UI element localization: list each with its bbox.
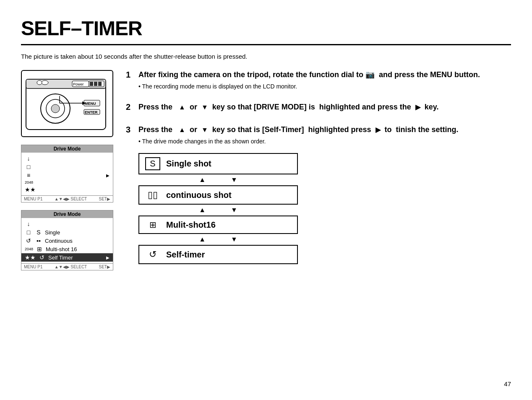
svg-rect-8: [90, 82, 93, 86]
single-label: Single: [45, 229, 60, 236]
svg-point-11: [42, 81, 48, 85]
mode-continuous-shot: ▯▯ continuous shot: [138, 185, 298, 205]
down-arrow: ▼: [231, 176, 237, 184]
up-arrow-icon: ▲: [179, 103, 185, 112]
step-2: 2 Press the ▲ or ▼ key so that [DRIVE MO…: [126, 102, 511, 112]
single-box-icon: □: [25, 229, 32, 236]
svg-rect-10: [98, 82, 102, 86]
drive-mode-row: ↓: [21, 220, 113, 228]
selftimer-cycle-icon: ↺: [145, 249, 160, 260]
step-1-number: 1: [126, 70, 135, 80]
svg-text:ENTER: ENTER: [85, 110, 98, 114]
mode-arrows-1: ▲ ▼: [138, 174, 298, 185]
svg-point-4: [51, 104, 60, 113]
up-arrow: ▲: [199, 176, 206, 184]
down-arrow-3: ▼: [231, 236, 237, 243]
mode-arrows-3: ▲ ▼: [138, 234, 298, 245]
drive-mode-menu-2: Drive Mode ↓ □ S Single ↺ ▪▪ Continuous …: [21, 210, 113, 270]
selftimer-label: Self Timer: [48, 255, 73, 261]
mode-arrows-2: ▲ ▼: [138, 205, 298, 216]
mode-selftimer: ↺ Self-timer: [138, 245, 298, 264]
star-icon: ★★: [25, 186, 36, 193]
drive-mode-menu-1: Drive Mode ↓ □ ≡ ▶ 2048 ★★: [21, 145, 113, 203]
drive-mode-footer-2: MENU P1 ▲▼◀▶ SELECT SET▶: [21, 263, 113, 270]
step-3-text: Press the ▲ or ▼ key so that is [Self-Ti…: [138, 125, 459, 135]
up-arrow-icon-2: ▲: [179, 126, 185, 135]
multishot-label: Multi-shot 16: [46, 246, 77, 252]
mode-single-shot: S Single shot: [138, 153, 298, 174]
continuous-shot-label: continuous shot: [166, 190, 232, 200]
svg-text:Power: Power: [73, 82, 84, 86]
left-column: Power MENU ENTER: [21, 70, 113, 277]
selftimer-icon: ↺: [38, 254, 46, 261]
step-2-text: Press the ▲ or ▼ key so that [DRIVE MODE…: [138, 102, 439, 112]
mode-cycle-diagram: S Single shot ▲ ▼ ▯▯ continuous shot ▲ ▼: [138, 153, 298, 264]
mode-multishot: ⊞ Mulit-shot16: [138, 216, 298, 234]
up-arrow-3: ▲: [199, 236, 206, 243]
page-number: 47: [504, 380, 511, 387]
star-icon-2: ★★: [25, 254, 36, 261]
step-1-note: • The recording mode menu is displayed o…: [138, 83, 511, 90]
selftimer-arrow: ▶: [106, 255, 110, 260]
drive-mode-row: 2048: [21, 179, 113, 185]
drive-mode-footer-1: MENU P1 ▲▼◀▶ SELECT SET▶: [21, 195, 113, 202]
single-icon: □: [25, 164, 32, 170]
timer-icon: ↺: [25, 237, 32, 244]
continuous-icon: ▯▯: [145, 190, 160, 200]
page-title: SELF–TIMER: [21, 17, 511, 45]
drive-mode-selftimer-row: ★★ ↺ Self Timer ▶: [21, 253, 113, 262]
drive-mode-multishot-row: 2048 ⊞ Multi-shot 16: [21, 245, 113, 253]
selftimer-cycle-label: Self-timer: [166, 250, 205, 260]
right-arrow-icon: ▶: [415, 103, 420, 112]
svg-point-12: [37, 81, 42, 85]
arrow-indicator: ▶: [106, 173, 110, 178]
multishot-icon: ⊞: [145, 220, 160, 230]
step-3-note: • The drive mode changes in the as shown…: [138, 138, 511, 145]
multi-icon: ≡: [25, 172, 32, 179]
s-icon: S: [35, 229, 42, 236]
step-1-text: After fixing the camera on the tripod, r…: [138, 70, 480, 80]
right-arrow-icon-2: ▶: [376, 126, 381, 135]
down-arrow-icon: ▼: [201, 103, 208, 112]
step-3-number: 3: [126, 125, 135, 135]
drive-mode-row: ≡ ▶: [21, 171, 113, 179]
drive-mode-row: □: [21, 163, 113, 171]
continuous-label: Continuous: [45, 238, 73, 244]
svg-text:MENU: MENU: [85, 101, 96, 106]
single-shot-label: Single shot: [166, 159, 211, 169]
svg-rect-9: [94, 82, 97, 86]
grid-icon: ⊞: [36, 246, 43, 252]
step-2-number: 2: [126, 102, 135, 112]
drive-mode-title-2: Drive Mode: [21, 210, 113, 218]
download-icon: ↓: [25, 155, 32, 162]
drive-mode-continuous-row: ↺ ▪▪ Continuous: [21, 236, 113, 245]
up-arrow-2: ▲: [199, 206, 206, 214]
step-1: 1 After fixing the camera on the tripod,…: [126, 70, 511, 90]
single-shot-icon: S: [145, 157, 160, 170]
down-arrow-2: ▼: [231, 206, 237, 214]
res-icon: 2048: [25, 180, 33, 184]
drive-mode-title-1: Drive Mode: [21, 145, 113, 153]
drive-mode-row: ★★: [21, 185, 113, 194]
camera-diagram: Power MENU ENTER: [21, 70, 113, 137]
drive-mode-row: ↓: [21, 154, 113, 163]
page-subtitle: The picture is taken about 10 seconds af…: [21, 53, 511, 60]
step-3: 3 Press the ▲ or ▼ key so that is [Self-…: [126, 125, 511, 264]
download-icon-2: ↓: [25, 221, 32, 227]
down-arrow-icon-2: ▼: [201, 126, 208, 135]
res-icon-2: 2048: [25, 247, 33, 251]
drive-mode-single-row: □ S Single: [21, 228, 113, 236]
right-column: 1 After fixing the camera on the tripod,…: [126, 70, 511, 277]
multishot-label-cycle: Mulit-shot16: [166, 220, 216, 230]
cont-icon: ▪▪: [35, 237, 42, 244]
